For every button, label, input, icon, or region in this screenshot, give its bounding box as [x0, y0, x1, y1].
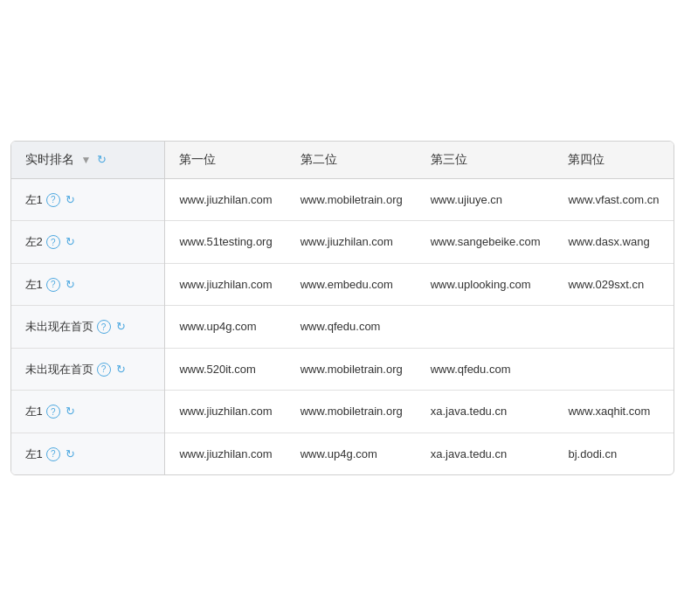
pos4-cell: bj.dodi.cn — [554, 433, 673, 474]
table-row: 左1 ? ↻ www.jiuzhilan.comwww.mobiletrain.… — [11, 178, 674, 221]
table-row: 左1 ? ↻ www.jiuzhilan.comwww.mobiletrain.… — [11, 391, 674, 433]
pos2-cell: www.up4g.com — [287, 433, 417, 474]
table-row: 左2 ? ↻ www.51testing.orgwww.jiuzhilan.co… — [11, 221, 674, 264]
pos4-cell — [554, 348, 673, 391]
pos3-cell: www.uplooking.com — [417, 263, 555, 306]
rank-cell: 左1 ? ↻ — [11, 263, 165, 306]
pos4-cell: www.xaqhit.com — [554, 391, 673, 433]
rank-cell: 左1 ? ↻ — [11, 391, 165, 433]
pos1-cell: www.jiuzhilan.com — [165, 391, 287, 433]
pos2-cell: www.jiuzhilan.com — [287, 221, 417, 264]
header-pos2-col: 第二位 — [287, 142, 417, 179]
pos1-cell: www.jiuzhilan.com — [165, 263, 287, 306]
header-pos3-col: 第三位 — [417, 142, 555, 179]
rank-cell: 左1 ? ↻ — [11, 433, 165, 474]
pos2-cell: www.embedu.com — [287, 263, 417, 306]
rank-label: 左1 — [25, 403, 43, 420]
pos1-cell: www.jiuzhilan.com — [165, 433, 287, 474]
question-icon[interactable]: ? — [46, 235, 60, 249]
refresh-icon[interactable]: ↻ — [114, 363, 128, 377]
rank-cell: 左2 ? ↻ — [11, 221, 165, 264]
refresh-icon[interactable]: ↻ — [64, 447, 78, 461]
pos1-cell: www.up4g.com — [165, 306, 287, 349]
rank-cell: 未出现在首页 ? ↻ — [11, 306, 165, 349]
question-icon[interactable]: ? — [97, 320, 111, 334]
rank-label: 左1 — [25, 446, 43, 463]
pos3-cell: www.qfedu.com — [417, 348, 555, 391]
rank-label: 未出现在首页 — [25, 318, 93, 336]
table-row: 未出现在首页 ? ↻ www.up4g.comwww.qfedu.com — [11, 306, 674, 349]
refresh-icon[interactable]: ↻ — [64, 235, 78, 249]
refresh-icon[interactable]: ↻ — [64, 405, 78, 419]
pos2-cell: www.qfedu.com — [287, 306, 417, 349]
pos3-cell: www.ujiuye.cn — [417, 178, 555, 221]
pos4-cell — [554, 306, 673, 349]
question-icon[interactable]: ? — [46, 278, 60, 292]
rank-cell: 未出现在首页 ? ↻ — [11, 348, 165, 391]
refresh-icon[interactable]: ↻ — [64, 278, 78, 292]
rank-cell: 左1 ? ↻ — [11, 178, 165, 221]
question-icon[interactable]: ? — [46, 405, 60, 419]
pos1-cell: www.51testing.org — [165, 221, 287, 264]
pos2-cell: www.mobiletrain.org — [287, 348, 417, 391]
pos2-cell: www.mobiletrain.org — [287, 178, 417, 221]
table-row: 未出现在首页 ? ↻ www.520it.comwww.mobiletrain.… — [11, 348, 674, 391]
pos3-cell — [417, 306, 555, 349]
table-row: 左1 ? ↻ www.jiuzhilan.comwww.up4g.comxa.j… — [11, 433, 674, 474]
pos2-cell: www.mobiletrain.org — [287, 391, 417, 433]
pos1-cell: www.jiuzhilan.com — [165, 178, 287, 221]
pos4-cell: www.dasx.wang — [554, 221, 673, 264]
refresh-icon[interactable]: ↻ — [114, 320, 128, 334]
question-icon[interactable]: ? — [97, 363, 111, 377]
rank-label: 未出现在首页 — [25, 361, 93, 378]
refresh-icon[interactable]: ↻ — [64, 193, 78, 207]
pos3-cell: www.sangebeike.com — [417, 221, 555, 264]
rankings-table: 实时排名 ▼ ↻ 第一位 第二位 第三位 第四位 左1 ? ↻ www.jiuz… — [10, 141, 674, 476]
refresh-header-icon[interactable]: ↻ — [94, 153, 108, 167]
pos4-cell: www.vfast.com.cn — [554, 178, 673, 221]
rank-label: 左1 — [25, 191, 43, 209]
pos3-cell: xa.java.tedu.cn — [417, 433, 555, 474]
rank-label: 左1 — [25, 276, 43, 294]
pos4-cell: www.029sxt.cn — [554, 263, 673, 306]
filter-icon[interactable]: ▼ — [80, 154, 91, 166]
rank-label: 左2 — [25, 233, 43, 251]
header-pos1-col: 第一位 — [165, 142, 287, 179]
table-row: 左1 ? ↻ www.jiuzhilan.comwww.embedu.comww… — [11, 263, 674, 306]
header-rank-col: 实时排名 ▼ ↻ — [11, 142, 165, 179]
question-icon[interactable]: ? — [46, 447, 60, 461]
header-pos4-col: 第四位 — [554, 142, 673, 179]
pos1-cell: www.520it.com — [165, 348, 287, 391]
question-icon[interactable]: ? — [46, 193, 60, 207]
pos3-cell: xa.java.tedu.cn — [417, 391, 555, 433]
